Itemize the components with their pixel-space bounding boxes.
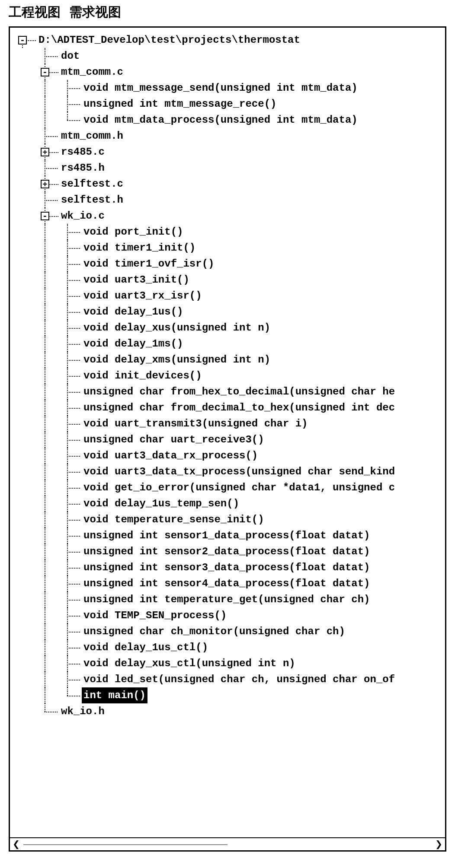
tree-item-label[interactable]: rs485.h — [59, 160, 106, 176]
tree-node[interactable]: void uart_transmit3(unsigned char i) — [14, 416, 445, 432]
function-label[interactable]: void led_set(unsigned char ch, unsigned … — [82, 671, 397, 687]
scroll-track[interactable] — [23, 842, 432, 847]
tree-node[interactable]: void timer1_ovf_isr() — [14, 256, 445, 272]
tree-node[interactable]: unsigned int temperature_get(unsigned ch… — [14, 591, 445, 607]
expand-toggle[interactable]: + — [41, 180, 49, 188]
function-label[interactable]: void delay_1us_ctl() — [82, 639, 210, 655]
tree-node[interactable]: void temperature_sense_init() — [14, 512, 445, 528]
function-label[interactable]: unsigned int temperature_get(unsigned ch… — [82, 591, 372, 607]
function-label[interactable]: void delay_1ms() — [82, 336, 185, 352]
tree-node[interactable]: +selftest.c — [14, 176, 445, 192]
function-label[interactable]: void uart3_rx_isr() — [82, 288, 204, 304]
function-label[interactable]: unsigned char from_hex_to_decimal(unsign… — [82, 384, 397, 400]
function-label[interactable]: unsigned char uart_receive3() — [82, 432, 266, 448]
tree-item-label[interactable]: selftest.c — [59, 176, 125, 192]
tree-node[interactable]: void mtm_data_process(unsigned int mtm_d… — [14, 112, 445, 128]
function-label[interactable]: void delay_xms(unsigned int n) — [82, 352, 272, 368]
function-label[interactable]: unsigned int mtm_message_rece() — [82, 96, 278, 112]
function-label[interactable]: unsigned int sensor3_data_process(float … — [82, 560, 372, 575]
collapse-toggle[interactable]: - — [18, 36, 27, 45]
tree-item-label[interactable]: selftest.h — [59, 192, 125, 208]
tree-node[interactable]: void delay_xus(unsigned int n) — [14, 320, 445, 336]
scroll-right-arrow[interactable]: ❯ — [435, 838, 442, 850]
function-label[interactable]: void uart3_data_rx_process() — [82, 448, 260, 464]
tree-node[interactable]: void uart3_data_rx_process() — [14, 448, 445, 464]
tab-requirement-view[interactable]: 需求视图 — [69, 3, 121, 21]
tree-node[interactable]: mtm_comm.h — [14, 128, 445, 144]
tree-node[interactable]: unsigned int sensor1_data_process(float … — [14, 528, 445, 544]
function-label[interactable]: void mtm_data_process(unsigned int mtm_d… — [82, 112, 359, 128]
function-label[interactable]: void mtm_message_send(unsigned int mtm_d… — [82, 80, 359, 96]
function-label[interactable]: void timer1_ovf_isr() — [82, 256, 216, 272]
function-label[interactable]: unsigned int sensor1_data_process(float … — [82, 528, 372, 544]
tree-node[interactable]: void delay_xms(unsigned int n) — [14, 352, 445, 368]
tree-node[interactable]: void led_set(unsigned char ch, unsigned … — [14, 671, 445, 687]
expand-toggle[interactable]: + — [41, 148, 49, 156]
tree-node[interactable]: void mtm_message_send(unsigned int mtm_d… — [14, 80, 445, 96]
tree-node[interactable]: -D:\ADTEST_Develop\test\projects\thermos… — [14, 32, 445, 48]
tree-node[interactable]: void TEMP_SEN_process() — [14, 607, 445, 623]
tree-node[interactable]: unsigned int sensor3_data_process(float … — [14, 560, 445, 575]
tree-node[interactable]: void uart3_rx_isr() — [14, 288, 445, 304]
collapse-toggle[interactable]: - — [41, 68, 49, 76]
tree-node[interactable]: void init_devices() — [14, 368, 445, 384]
collapse-toggle[interactable]: - — [41, 212, 49, 220]
tree-node[interactable]: void timer1_init() — [14, 240, 445, 256]
function-label[interactable]: void delay_xus_ctl(unsigned int n) — [82, 655, 297, 671]
tree-node[interactable]: dot — [14, 48, 445, 64]
tree-node[interactable]: -wk_io.c — [14, 208, 445, 224]
tab-project-view[interactable]: 工程视图 — [9, 3, 61, 21]
project-tree[interactable]: -D:\ADTEST_Develop\test\projects\thermos… — [10, 28, 445, 724]
function-label[interactable]: unsigned int sensor4_data_process(float … — [82, 575, 372, 591]
tree-node[interactable]: unsigned char from_decimal_to_hex(unsign… — [14, 400, 445, 416]
tree-node[interactable]: void uart3_init() — [14, 272, 445, 288]
tree-node[interactable]: wk_io.h — [14, 703, 445, 719]
tree-item-label[interactable]: mtm_comm.c — [59, 64, 125, 80]
function-label[interactable]: void TEMP_SEN_process() — [82, 607, 228, 623]
tree-node[interactable]: void delay_1us_ctl() — [14, 639, 445, 655]
tree-node[interactable]: void uart3_data_tx_process(unsigned char… — [14, 464, 445, 480]
tree-node[interactable]: void get_io_error(unsigned char *data1, … — [14, 480, 445, 496]
function-label[interactable]: unsigned int sensor2_data_process(float … — [82, 544, 372, 560]
function-label[interactable]: void init_devices() — [82, 368, 204, 384]
function-label[interactable]: unsigned char ch_monitor(unsigned char c… — [82, 623, 347, 639]
function-label[interactable]: int main() — [82, 687, 147, 703]
tree-node[interactable]: selftest.h — [14, 192, 445, 208]
tree-node[interactable]: +rs485.c — [14, 144, 445, 160]
tree-node[interactable]: void port_init() — [14, 224, 445, 240]
tree-node[interactable]: void delay_1ms() — [14, 336, 445, 352]
function-label[interactable]: void uart_transmit3(unsigned char i) — [82, 416, 309, 432]
tree-root-label[interactable]: D:\ADTEST_Develop\test\projects\thermost… — [37, 32, 302, 48]
function-label[interactable]: void port_init() — [82, 224, 185, 240]
scroll-thumb[interactable] — [23, 843, 228, 845]
tree-node[interactable]: unsigned char from_hex_to_decimal(unsign… — [14, 384, 445, 400]
tree-node[interactable]: unsigned int sensor2_data_process(float … — [14, 544, 445, 560]
tree-node[interactable]: rs485.h — [14, 160, 445, 176]
function-label[interactable]: void delay_1us_temp_sen() — [82, 496, 241, 512]
tree-container: -D:\ADTEST_Develop\test\projects\thermos… — [9, 26, 446, 852]
scroll-left-arrow[interactable]: ❮ — [13, 838, 20, 850]
function-label[interactable]: void temperature_sense_init() — [82, 512, 266, 528]
function-label[interactable]: void timer1_init() — [82, 240, 197, 256]
tree-node[interactable]: -mtm_comm.c — [14, 64, 445, 80]
function-label[interactable]: void get_io_error(unsigned char *data1, … — [82, 480, 397, 496]
tree-node[interactable]: unsigned char ch_monitor(unsigned char c… — [14, 623, 445, 639]
tree-item-label[interactable]: wk_io.h — [59, 703, 106, 719]
function-label[interactable]: void uart3_init() — [82, 272, 191, 288]
tree-item-label[interactable]: mtm_comm.h — [59, 128, 125, 144]
function-label[interactable]: unsigned char from_decimal_to_hex(unsign… — [82, 400, 397, 416]
function-label[interactable]: void uart3_data_tx_process(unsigned char… — [82, 464, 397, 480]
tree-node[interactable]: void delay_1us_temp_sen() — [14, 496, 445, 512]
tree-item-label[interactable]: dot — [59, 48, 81, 64]
tree-node[interactable]: unsigned int mtm_message_rece() — [14, 96, 445, 112]
function-label[interactable]: void delay_xus(unsigned int n) — [82, 320, 272, 336]
tree-node[interactable]: unsigned int sensor4_data_process(float … — [14, 575, 445, 591]
tree-node[interactable]: unsigned char uart_receive3() — [14, 432, 445, 448]
horizontal-scrollbar[interactable]: ❮ ❯ — [10, 837, 445, 850]
tree-node[interactable]: void delay_xus_ctl(unsigned int n) — [14, 655, 445, 671]
tree-node[interactable]: void delay_1us() — [14, 304, 445, 320]
tree-item-label[interactable]: wk_io.c — [59, 208, 106, 224]
tree-node[interactable]: int main() — [14, 687, 445, 703]
function-label[interactable]: void delay_1us() — [82, 304, 185, 320]
tree-item-label[interactable]: rs485.c — [59, 144, 106, 160]
